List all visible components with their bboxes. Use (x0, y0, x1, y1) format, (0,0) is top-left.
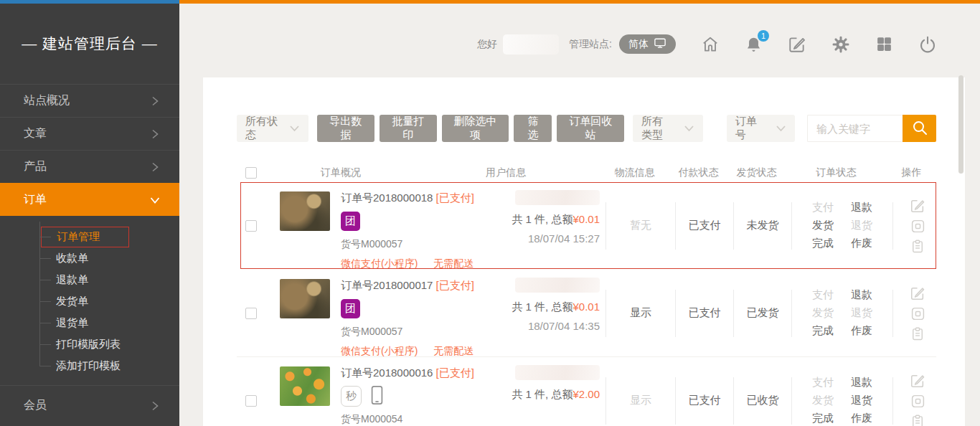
edit-icon[interactable] (910, 373, 925, 389)
grid-icon[interactable] (875, 35, 893, 53)
submenu-item-label: 退款单 (56, 273, 88, 287)
sidebar-item-label: 会员 (24, 398, 47, 413)
header-bar: 您好 管理站点: 简体 1 (179, 4, 980, 77)
phone-icon (371, 385, 383, 408)
vertical-scrollbar[interactable] (958, 75, 963, 174)
home-icon[interactable] (701, 35, 720, 54)
sku-number: 货号M000057 (341, 238, 495, 251)
power-icon[interactable] (918, 35, 937, 54)
order-rows: 订单号2018000018 [已支付] 团 货号M000057 微信支付(小程序… (237, 182, 936, 426)
sidebar-item-members[interactable]: 会员 (0, 385, 179, 425)
monitor-icon (654, 37, 666, 51)
order-status-link[interactable]: 作废 (851, 412, 872, 425)
language-pill[interactable]: 简体 (619, 34, 676, 54)
row-checkbox[interactable] (245, 308, 257, 319)
product-thumbnail (280, 279, 330, 318)
gear-icon[interactable] (831, 35, 850, 54)
print-icon[interactable] (910, 219, 925, 234)
sidebar-item-products[interactable]: 产品 (0, 150, 179, 183)
main-area: 您好 管理站点: 简体 1 (179, 4, 980, 426)
column-header-payment: 付款状态 (669, 166, 727, 179)
status-filter-dropdown[interactable]: 所有状态 (237, 115, 308, 142)
column-divider (675, 202, 676, 250)
table-row: 订单号2018000016 [已支付] 秒 货号M000054 共 1 件, 总… (237, 357, 936, 426)
order-status-link[interactable]: 完成 (812, 237, 834, 250)
submenu-item-receipts[interactable]: 收款单 (0, 247, 179, 269)
user-info-cell: 共 1 件, 总额¥0.01 18/07/04 14:35 (495, 278, 600, 332)
item-summary: 共 1 件, 总额 (512, 213, 573, 225)
clipboard-icon[interactable] (910, 326, 925, 341)
row-checkbox[interactable] (245, 220, 257, 232)
column-divider (733, 290, 734, 337)
sku-number: 货号M000057 (341, 326, 495, 339)
chevron-right-icon (149, 161, 161, 173)
column-divider (675, 290, 676, 337)
type-filter-value: 所有类型 (641, 115, 674, 142)
submenu-item-shipping-orders[interactable]: 发货单 (0, 290, 179, 312)
print-icon[interactable] (910, 306, 925, 321)
submenu-item-order-management[interactable]: 订单管理 (0, 226, 179, 247)
search-icon (911, 119, 928, 138)
language-label: 简体 (628, 38, 649, 51)
chevron-down-icon (684, 125, 694, 132)
order-status-link: 支付 (812, 288, 834, 302)
order-info-cell: 订单号2018000017 [已支付] 团 货号M000057 微信支付(小程序… (341, 279, 495, 358)
export-data-button[interactable]: 导出数据 (317, 115, 374, 142)
order-info-cell: 订单号2018000016 [已支付] 秒 货号M000054 (341, 366, 495, 426)
notification-badge: 1 (758, 30, 769, 42)
select-all-checkbox[interactable] (245, 167, 257, 179)
order-status-links: 支付退款发货退货完成作废 (798, 376, 887, 425)
sidebar-item-articles[interactable]: 文章 (0, 117, 179, 150)
edit-icon[interactable] (910, 285, 925, 301)
payment-status: 已支付 (682, 219, 727, 232)
order-status-link[interactable]: 退款 (851, 376, 872, 389)
sidebar-item-orders[interactable]: 订单 (0, 183, 179, 216)
order-status-link[interactable]: 退货 (851, 394, 872, 407)
submenu-item-label: 收款单 (56, 252, 88, 265)
submenu-item-return-orders[interactable]: 退货单 (0, 312, 179, 333)
redacted-customer-name (515, 190, 600, 205)
logistics-link[interactable]: 显示 (612, 306, 669, 320)
delete-selected-button[interactable]: 删除选中项 (442, 115, 509, 142)
keyword-field-dropdown[interactable]: 订单号 (727, 115, 795, 142)
search-input[interactable] (807, 115, 903, 142)
delivery-note: 无需配送 (433, 257, 473, 270)
row-checkbox[interactable] (245, 395, 257, 407)
order-status-link: 支付 (812, 201, 834, 214)
clipboard-icon[interactable] (910, 414, 925, 426)
order-type-badge: 团 (341, 299, 360, 318)
order-status-link[interactable]: 退款 (851, 201, 872, 214)
order-status-link[interactable]: 发货 (812, 219, 834, 232)
user-info-cell: 共 1 件, 总额¥0.01 18/07/04 15:27 (495, 190, 600, 245)
column-divider (791, 377, 792, 425)
table-header-row: 订单概况 用户信息 物流信息 付款状态 发货状态 订单状态 操作 (237, 164, 936, 182)
column-header-user: 用户信息 (484, 166, 600, 179)
batch-print-button[interactable]: 批量打印 (380, 115, 437, 142)
sidebar-item-site-overview[interactable]: 站点概况 (0, 84, 179, 117)
order-status-link[interactable]: 退款 (851, 288, 872, 302)
logistics-link[interactable]: 显示 (612, 394, 669, 407)
edit-icon[interactable] (910, 198, 925, 214)
order-status-link[interactable]: 完成 (812, 324, 834, 338)
order-status-link[interactable]: 作废 (851, 237, 872, 250)
order-amount: ¥2.00 (573, 388, 600, 400)
search-button[interactable] (903, 115, 936, 142)
order-status-link: 支付 (812, 376, 834, 389)
logistics-link[interactable]: 暂无 (612, 219, 669, 232)
submenu-item-refund-orders[interactable]: 退款单 (0, 269, 179, 290)
status-filter-value: 所有状态 (245, 115, 279, 142)
bell-icon[interactable]: 1 (745, 35, 763, 54)
submenu-item-print-template-list[interactable]: 打印模版列表 (0, 333, 179, 355)
filter-button[interactable]: 筛选 (514, 115, 552, 142)
order-status-link[interactable]: 作废 (851, 324, 872, 338)
type-filter-dropdown[interactable]: 所有类型 (633, 115, 703, 142)
submenu-item-add-print-template[interactable]: 添加打印模板 (0, 355, 179, 377)
order-badges: 秒 (341, 387, 495, 406)
order-status-link[interactable]: 完成 (812, 412, 834, 425)
row-actions (899, 285, 936, 341)
order-recycle-bin-button[interactable]: 订单回收站 (557, 115, 624, 142)
edit-icon[interactable] (788, 35, 806, 54)
content-card: 所有状态 导出数据 批量打印 删除选中项 筛选 订单回收站 所有类型 订单号 (203, 77, 965, 426)
print-icon[interactable] (910, 394, 925, 409)
clipboard-icon[interactable] (910, 239, 925, 254)
